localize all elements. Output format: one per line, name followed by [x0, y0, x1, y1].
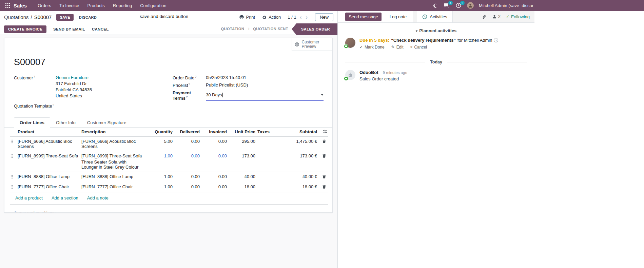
cell-invoiced[interactable]: 0.00: [201, 172, 228, 181]
cell-invoiced[interactable]: 0.00: [201, 151, 228, 160]
terms-and-conditions-placeholder[interactable]: Terms and conditions...: [14, 210, 59, 213]
add-note-link[interactable]: Add a note: [87, 195, 109, 200]
cell-quantity[interactable]: 1.00: [144, 151, 174, 160]
menu-to-invoice[interactable]: To Invoice: [56, 1, 83, 10]
menu-orders[interactable]: Orders: [34, 1, 55, 10]
following-button[interactable]: ✓ Following: [506, 14, 530, 19]
activity-avatar[interactable]: [345, 38, 355, 48]
cell-delivered[interactable]: 0.00: [174, 137, 201, 146]
pager-next-icon[interactable]: ›: [305, 14, 308, 20]
customer-preview-button[interactable]: Customer Preview: [292, 38, 332, 51]
send-message-button[interactable]: Send message: [345, 13, 382, 21]
edit-activity-button[interactable]: ✎ Edit: [391, 45, 404, 50]
cell-unit-price[interactable]: 295.00: [228, 137, 256, 146]
attachments-paperclip-icon[interactable]: [482, 14, 487, 19]
menu-configuration[interactable]: Configuration: [137, 1, 170, 10]
menu-products[interactable]: Products: [84, 1, 108, 10]
cell-unit-price[interactable]: 173.00: [228, 151, 256, 160]
create-invoice-button[interactable]: CREATE INVOICE: [4, 25, 46, 33]
menu-reporting[interactable]: Reporting: [110, 1, 135, 10]
app-name[interactable]: Sales: [14, 3, 27, 8]
cell-product[interactable]: [FURN_8888] Office Lamp: [17, 172, 80, 181]
delete-row-icon[interactable]: [318, 137, 328, 147]
cell-delivered[interactable]: 0.00: [174, 172, 201, 181]
drag-handle-icon[interactable]: [10, 137, 17, 146]
optional-columns-icon[interactable]: [318, 128, 328, 136]
cell-quantity[interactable]: 1.00: [144, 172, 174, 181]
discard-button[interactable]: DISCARD: [79, 15, 97, 19]
cell-unit-price[interactable]: 18.00: [228, 182, 256, 191]
print-button[interactable]: Print: [239, 15, 255, 20]
header-product[interactable]: Product: [17, 128, 80, 136]
customer-link[interactable]: Gemini Furniture: [56, 75, 89, 80]
user-avatar[interactable]: [467, 2, 474, 9]
header-invoiced[interactable]: Invoiced: [201, 128, 228, 136]
drag-handle-icon[interactable]: [10, 151, 17, 160]
drag-handle-icon[interactable]: [10, 182, 17, 191]
cell-invoiced[interactable]: 0.00: [201, 182, 228, 191]
cell-invoiced[interactable]: 0.00: [201, 137, 228, 146]
cell-taxes[interactable]: [256, 182, 286, 186]
order-date-value[interactable]: 05/25/2023 15:40:01: [206, 75, 246, 80]
stage-quotation[interactable]: QUOTATION: [217, 23, 248, 35]
user-name[interactable]: Mitchell Admin (save_discar: [479, 3, 533, 8]
cell-product[interactable]: [FURN_8999] Three-Seat Sofa: [17, 151, 80, 160]
send-by-email-button[interactable]: SEND BY EMAIL: [53, 27, 85, 31]
cell-unit-price[interactable]: 40.00: [228, 172, 256, 181]
save-button[interactable]: SAVE: [56, 14, 73, 21]
stage-quotation-sent[interactable]: QUOTATION SENT: [250, 23, 292, 35]
header-unit-price[interactable]: Unit Price: [228, 128, 256, 136]
pricelist-value[interactable]: Public Pricelist (USD): [206, 82, 248, 88]
new-button[interactable]: New: [315, 13, 333, 21]
dark-mode-moon-icon[interactable]: [431, 2, 438, 9]
cell-taxes[interactable]: [256, 137, 286, 141]
cell-description[interactable]: [FURN_6666] Acoustic Bloc Screens: [80, 137, 144, 151]
cell-taxes[interactable]: [256, 172, 286, 176]
planned-activities-header[interactable]: ▾Planned activities: [345, 28, 527, 33]
cell-product[interactable]: [FURN_7777] Office Chair: [17, 182, 80, 191]
cell-quantity[interactable]: 5.00: [144, 137, 174, 146]
header-delivered[interactable]: Delivered: [174, 128, 201, 136]
activities-tab[interactable]: Activities: [417, 11, 452, 22]
delete-row-icon[interactable]: [318, 172, 328, 182]
header-quantity[interactable]: Quantity: [144, 128, 174, 136]
mark-done-button[interactable]: ✓ Mark Done: [359, 45, 385, 50]
pager-previous-icon[interactable]: ‹: [299, 14, 303, 20]
breadcrumb-parent[interactable]: Quotations: [4, 14, 29, 20]
cell-quantity[interactable]: 1.00: [144, 182, 174, 191]
add-section-link[interactable]: Add a section: [52, 195, 78, 200]
cell-description[interactable]: [FURN_8888] Office Lamp: [80, 172, 144, 181]
cell-delivered[interactable]: 0.00: [174, 182, 201, 191]
odoobot-avatar[interactable]: [345, 70, 355, 80]
apps-grid-icon[interactable]: [3, 1, 12, 10]
table-row[interactable]: [FURN_8999] Three-Seat Sofa [FURN_8999] …: [10, 151, 328, 172]
tab-other-info[interactable]: Other Info: [50, 117, 81, 128]
cell-description[interactable]: [FURN_8999] Three-Seat Sofa Three Seater…: [80, 151, 144, 172]
cell-product[interactable]: [FURN_6666] Acoustic Bloc Screens: [17, 137, 80, 151]
payment-terms-input[interactable]: 30 Days: [206, 90, 324, 101]
table-row[interactable]: [FURN_6666] Acoustic Bloc Screens [FURN_…: [10, 137, 328, 151]
message-author[interactable]: OdooBot: [359, 70, 378, 75]
followers-button[interactable]: 2: [492, 14, 501, 19]
header-description[interactable]: Description: [80, 128, 144, 136]
stage-sales-order[interactable]: SALES ORDER: [292, 23, 337, 35]
cell-delivered[interactable]: 0.00: [174, 151, 201, 160]
activities-clock-icon[interactable]: 2: [455, 2, 462, 9]
drag-handle-icon[interactable]: [10, 172, 17, 181]
dropdown-caret-icon[interactable]: [321, 94, 324, 96]
cancel-button[interactable]: CANCEL: [92, 27, 109, 31]
info-icon[interactable]: i: [494, 38, 498, 42]
cancel-activity-button[interactable]: × Cancel: [410, 45, 427, 50]
action-button[interactable]: Action: [262, 15, 281, 20]
cell-description[interactable]: [FURN_7777] Office Chair: [80, 182, 144, 191]
add-product-link[interactable]: Add a product: [15, 195, 43, 200]
header-taxes[interactable]: Taxes: [256, 128, 286, 136]
table-row[interactable]: [FURN_7777] Office Chair [FURN_7777] Off…: [10, 182, 328, 192]
messages-icon[interactable]: 4: [443, 2, 450, 9]
log-note-button[interactable]: Log note: [390, 14, 407, 19]
tab-customer-signature[interactable]: Customer Signature: [81, 117, 132, 128]
cell-taxes[interactable]: [256, 151, 286, 155]
delete-row-icon[interactable]: [318, 182, 328, 192]
tab-order-lines[interactable]: Order Lines: [14, 117, 50, 128]
delete-row-icon[interactable]: [318, 151, 328, 161]
